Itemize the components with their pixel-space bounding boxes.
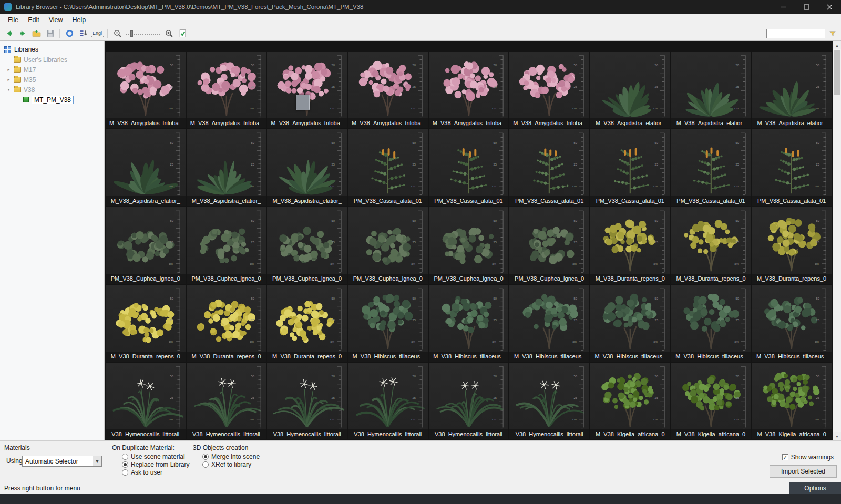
search-input[interactable] (766, 29, 825, 38)
back-button[interactable] (3, 28, 15, 39)
library-item[interactable]: 5025cmV38_Hymenocallis_littorali (187, 363, 266, 439)
library-item[interactable]: 5025cmM_V38_Duranta_repens_0 (106, 285, 186, 362)
menu-file[interactable]: File (3, 15, 23, 25)
library-item[interactable]: 5025cmM_V38_Aspidistra_elatior_ (671, 52, 751, 128)
maximize-button[interactable] (795, 0, 818, 14)
scroll-up-button[interactable]: ▲ (833, 41, 841, 49)
library-item[interactable]: 5025cmM_V38_Duranta_repens_0 (752, 207, 832, 284)
thumbnail-size-slider[interactable] (126, 29, 160, 38)
open-library-button[interactable] (30, 28, 42, 39)
material-selector-dropdown[interactable]: Automatic Selector ▼ (22, 456, 102, 467)
library-item[interactable]: 5025cmV38_Hymenocallis_littorali (106, 363, 186, 439)
library-item[interactable]: 5025cmM_V38_Amygdalus_triloba_ (509, 52, 589, 128)
library-item[interactable]: 5025cmPM_V38_Cuphea_ignea_0 (348, 207, 428, 284)
vertical-scrollbar[interactable]: ▲ ▼ (833, 41, 841, 440)
library-item[interactable]: 5025cmM_V38_Duranta_repens_0 (187, 285, 266, 362)
library-item[interactable]: 5025cmM_V38_Amygdalus_triloba_ (267, 52, 347, 128)
library-item[interactable]: 5025cmPM_V38_Cuphea_ignea_0 (429, 207, 509, 284)
zoom-in-icon[interactable] (163, 28, 175, 39)
menu-edit[interactable]: Edit (23, 15, 44, 25)
library-item[interactable]: 5025cmPM_V38_Cassia_alata_01 (509, 129, 589, 206)
options-button[interactable]: Options (789, 482, 841, 494)
menu-view[interactable]: View (44, 15, 68, 25)
library-item[interactable]: 5025cmV38_Hymenocallis_littorali (348, 363, 428, 439)
language-label[interactable]: Engl (91, 30, 104, 37)
library-item[interactable]: 5025cmM_V38_Hibiscus_tiliaceus_ (671, 285, 751, 362)
radio-replace-from-library[interactable]: Replace from Library (122, 461, 189, 468)
chevron-right-icon[interactable]: ▸ (6, 67, 11, 72)
library-item[interactable]: 5025cmM_V38_Aspidistra_elatior_ (752, 52, 832, 128)
library-item[interactable]: 5025cmV38_Hymenocallis_littorali (429, 363, 509, 439)
sidebar-item-mt-pm-v38[interactable]: MT_PM_V38 (0, 95, 104, 105)
sidebar-item-users-libraries[interactable]: User's Libraries (0, 55, 104, 65)
svg-text:50: 50 (170, 374, 173, 377)
radio-ask-to-user[interactable]: Ask to user (122, 469, 162, 476)
svg-text:25: 25 (493, 241, 497, 244)
library-item[interactable]: 5025cmM_V38_Hibiscus_tiliaceus_ (752, 285, 832, 362)
library-item[interactable]: 5025cmM_V38_Duranta_repens_0 (267, 285, 347, 362)
library-item[interactable]: 5025cmPM_V38_Cassia_alata_01 (429, 129, 509, 206)
library-item[interactable]: 5025cmM_V38_Aspidistra_elatior_ (267, 129, 347, 206)
content-area: Libraries User's Libraries ▸ M17 ▸ M35 ▾… (0, 41, 841, 440)
library-item[interactable]: 5025cmM_V38_Kigelia_africana_0 (590, 363, 670, 439)
show-warnings-checkbox[interactable]: ✓ (782, 454, 788, 460)
library-item[interactable]: 5025cmPM_V38_Cassia_alata_01 (590, 129, 670, 206)
library-item[interactable]: 5025cmPM_V38_Cassia_alata_01 (752, 129, 832, 206)
plant-thumbnail: 5025cm (429, 363, 509, 429)
plant-thumbnail: 5025cm (509, 129, 589, 196)
sidebar-item-m17[interactable]: ▸ M17 (0, 65, 104, 75)
sort-button[interactable] (77, 28, 89, 39)
save-button[interactable] (44, 28, 56, 39)
library-item[interactable]: 5025cmM_V38_Amygdalus_triloba_ (106, 52, 186, 128)
zoom-out-icon[interactable] (111, 28, 123, 39)
library-item[interactable]: 5025cmM_V38_Aspidistra_elatior_ (590, 52, 670, 128)
library-item[interactable]: 5025cmM_V38_Hibiscus_tiliaceus_ (590, 285, 670, 362)
close-button[interactable] (818, 0, 841, 14)
library-item[interactable]: 5025cmV38_Hymenocallis_littorali (509, 363, 589, 439)
libraries-label: Libraries (14, 46, 38, 53)
import-selected-button[interactable]: Import Selected (770, 465, 837, 478)
library-item[interactable]: 5025cmM_V38_Duranta_repens_0 (590, 207, 670, 284)
libraries-root[interactable]: Libraries (0, 44, 104, 55)
library-item[interactable]: 5025cmPM_V38_Cuphea_ignea_0 (106, 207, 186, 284)
radio-merge-into-scene[interactable]: Merge into scene (202, 453, 260, 460)
chevron-down-icon[interactable]: ▾ (6, 87, 11, 92)
library-item[interactable]: 5025cmM_V38_Amygdalus_triloba_ (187, 52, 266, 128)
validate-button[interactable] (177, 28, 188, 39)
library-item[interactable]: 5025cmM_V38_Kigelia_africana_0 (752, 363, 832, 439)
slider-thumb[interactable] (130, 30, 133, 37)
sidebar-item-m35[interactable]: ▸ M35 (0, 75, 104, 85)
forward-button[interactable] (17, 28, 28, 39)
library-item[interactable]: 5025cmM_V38_Kigelia_africana_0 (671, 363, 751, 439)
library-item[interactable]: 5025cmV38_Hymenocallis_littorali (267, 363, 347, 439)
library-item[interactable]: 5025cmM_V38_Amygdalus_triloba_ (429, 52, 509, 128)
library-item[interactable]: 5025cmPM_V38_Cuphea_ignea_0 (267, 207, 347, 284)
library-item[interactable]: 5025cmPM_V38_Cuphea_ignea_0 (187, 207, 266, 284)
scrollbar-thumb[interactable] (834, 50, 840, 95)
minimize-button[interactable] (772, 0, 795, 14)
filter-icon[interactable] (827, 28, 838, 39)
library-item[interactable]: 5025cmM_V38_Hibiscus_tiliaceus_ (429, 285, 509, 362)
library-item[interactable]: 5025cmPM_V38_Cuphea_ignea_0 (509, 207, 589, 284)
app-icon (4, 3, 12, 11)
library-item[interactable]: 5025cmM_V38_Duranta_repens_0 (671, 207, 751, 284)
radio-use-scene-material[interactable]: Use scene material (122, 453, 185, 460)
sidebar-item-v38[interactable]: ▾ V38 (0, 85, 104, 95)
radio-xref-to-library[interactable]: XRef to library (202, 461, 251, 468)
library-item[interactable]: 5025cmM_V38_Aspidistra_elatior_ (187, 129, 266, 206)
library-item[interactable]: 5025cmPM_V38_Cassia_alata_01 (348, 129, 428, 206)
library-item[interactable]: 5025cmM_V38_Aspidistra_elatior_ (106, 129, 186, 206)
svg-text:50: 50 (816, 219, 820, 222)
show-warnings-row[interactable]: ✓ Show warnings (782, 454, 834, 461)
scroll-down-button[interactable]: ▼ (833, 432, 841, 440)
library-item[interactable]: 5025cmM_V38_Amygdalus_triloba_ (348, 52, 428, 128)
sync-button[interactable] (64, 28, 75, 39)
chevron-right-icon[interactable]: ▸ (6, 77, 11, 82)
svg-text:25: 25 (332, 85, 335, 88)
library-item[interactable]: 5025cmPM_V38_Cassia_alata_01 (671, 129, 751, 206)
svg-text:25: 25 (654, 396, 658, 399)
svg-text:25: 25 (574, 163, 578, 166)
library-item[interactable]: 5025cmM_V38_Hibiscus_tiliaceus_ (509, 285, 589, 362)
library-item[interactable]: 5025cmM_V38_Hibiscus_tiliaceus_ (348, 285, 428, 362)
menu-help[interactable]: Help (68, 15, 91, 25)
